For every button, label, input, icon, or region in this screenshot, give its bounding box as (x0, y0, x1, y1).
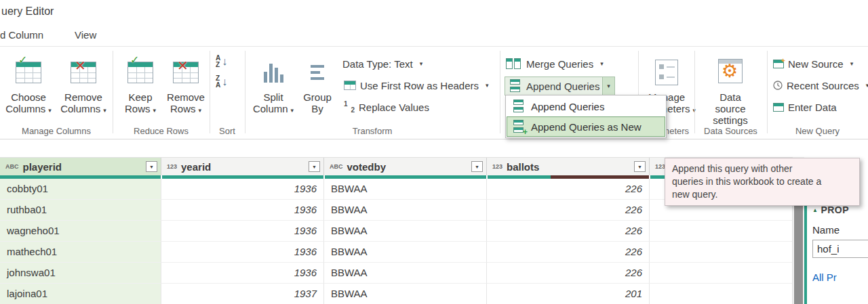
tooltip-line: new query. (672, 188, 852, 201)
data-type-label: Data Type: Text (342, 58, 413, 70)
choose-columns-button[interactable]: ✓ Choose Columns▾ (3, 53, 54, 116)
table-cell[interactable]: BBWAA (324, 179, 487, 200)
table-cell[interactable]: cobbty01 (0, 179, 161, 200)
table-cell[interactable]: BBWAA (324, 284, 487, 304)
sparkle-icon: ✦ (781, 57, 786, 64)
table-cell[interactable]: 226 (487, 179, 650, 200)
table-cell[interactable]: 1936 (161, 263, 324, 284)
table-cell[interactable]: 226 (487, 200, 650, 221)
menu-item-append-queries[interactable]: Append Queries (507, 96, 665, 116)
table-row: lajoina011937BBWAA201 (0, 284, 792, 304)
group-separator (210, 51, 210, 133)
table-cell[interactable]: ruthba01 (0, 200, 161, 221)
filter-button[interactable]: ▼ (146, 161, 157, 172)
table-cell[interactable]: BBWAA (324, 263, 487, 284)
group-separator (694, 51, 695, 133)
filter-icon: ▼ (312, 165, 317, 169)
table-cell[interactable] (650, 242, 792, 263)
table-cell[interactable]: 1936 (161, 200, 324, 221)
recent-sources-button[interactable]: Recent Sources ▾ (773, 78, 868, 93)
sort-ascending-button[interactable]: AZ ↓ (216, 55, 227, 68)
filter-icon: ▼ (637, 165, 642, 169)
table-cell[interactable]: mathech01 (0, 242, 161, 263)
data-source-settings-icon: ⚙ (717, 53, 744, 91)
append-queries-icon (512, 100, 526, 113)
merge-queries-icon (506, 58, 522, 70)
filter-button[interactable]: ▼ (309, 161, 320, 172)
table-cell[interactable]: BBWAA (324, 200, 487, 221)
chevron-down-icon: ▾ (103, 107, 106, 114)
use-first-row-button[interactable]: Use First Row as Headers ▾ (344, 78, 489, 93)
chevron-down-icon: ▾ (48, 107, 52, 114)
keep-rows-button[interactable]: ✓ Keep Rows▾ (119, 53, 161, 116)
append-queries-dropdown-arrow[interactable]: ▾ (602, 77, 614, 95)
column-header-votedby[interactable]: ABC votedby ▼ (324, 158, 487, 175)
column-header-ballots[interactable]: 123 ballots ▼ (487, 158, 650, 175)
data-source-settings-button[interactable]: ⚙ Data source settings (704, 53, 757, 126)
group-label-new-query: New Query (767, 126, 868, 136)
sort-az-icon: Z (216, 62, 220, 68)
table-cell[interactable]: 1936 (161, 242, 324, 263)
check-icon: ✓ (18, 55, 27, 66)
data-type-button[interactable]: Data Type: Text ▾ (342, 56, 422, 71)
column-name: yearid (181, 161, 211, 173)
properties-header[interactable]: ▲ PROP (812, 204, 849, 215)
remove-rows-button[interactable]: ✕ Remove Rows▾ (164, 53, 208, 116)
group-separator (113, 51, 113, 133)
column-name: playerid (23, 161, 62, 173)
chevron-down-icon: ▾ (486, 82, 489, 89)
text-type-icon: ABC (5, 163, 19, 170)
chevron-down-icon: ▾ (291, 107, 294, 114)
all-properties-link[interactable]: All Pr (812, 272, 837, 283)
remove-x-icon: ✕ (177, 59, 189, 72)
arrow-down-icon: ↓ (222, 76, 227, 88)
group-by-button[interactable]: Group By (297, 53, 338, 114)
table-cell[interactable]: johnswa01 (0, 263, 161, 284)
table-cell[interactable]: 226 (487, 263, 650, 284)
button-label: Rows (125, 103, 151, 114)
group-label-transform: Transform (245, 126, 500, 136)
new-source-button[interactable]: ✦ New Source ▾ (773, 56, 853, 71)
check-icon: ✓ (130, 55, 139, 66)
remove-columns-icon: ✕ (71, 53, 96, 91)
merge-queries-button[interactable]: Merge Queries ▾ (506, 56, 604, 71)
tab-view[interactable]: View (75, 29, 96, 41)
table-cell[interactable]: 1936 (161, 179, 324, 200)
menu-item-append-queries-as-new[interactable]: + Append Queries as New (507, 116, 665, 137)
chevron-down-icon: ▾ (420, 60, 423, 67)
filter-button[interactable]: ▼ (634, 161, 646, 172)
split-column-button[interactable]: Split Column▾ (252, 53, 294, 116)
new-source-icon: ✦ (773, 60, 784, 68)
table-cell[interactable] (650, 263, 792, 284)
column-header-playerid[interactable]: ABC playerid ▼ (0, 158, 161, 175)
append-queries-button[interactable]: Append Queries ▾ (505, 77, 615, 95)
append-queries-as-new-icon: + (512, 120, 526, 133)
table-cell[interactable]: 201 (487, 284, 650, 304)
table-cell[interactable] (650, 284, 792, 304)
button-label: Columns (60, 103, 100, 114)
filter-button[interactable]: ▼ (471, 161, 483, 172)
table-cell[interactable] (650, 221, 792, 242)
column-header-yearid[interactable]: 123 yearid ▼ (161, 158, 324, 175)
enter-data-button[interactable]: Enter Data (773, 100, 837, 114)
table-cell[interactable]: 226 (487, 221, 650, 242)
query-name-input[interactable] (812, 240, 868, 258)
button-label: Split (263, 91, 283, 103)
tab-add-column[interactable]: d Column (0, 29, 43, 41)
filter-icon: ▼ (149, 165, 154, 169)
table-cell[interactable]: lajoina01 (0, 284, 161, 304)
table-cell[interactable]: BBWAA (324, 221, 487, 242)
button-label: Column (253, 103, 288, 114)
table-cell[interactable]: 226 (487, 242, 650, 263)
replace-values-button[interactable]: 12 Replace Values (344, 100, 429, 114)
sort-descending-button[interactable]: ZA ↓ (216, 75, 227, 89)
quality-segment (325, 175, 486, 179)
remove-columns-button[interactable]: ✕ Remove Columns▾ (57, 53, 110, 116)
table-cell[interactable]: wagneho01 (0, 221, 161, 242)
table-cell[interactable]: BBWAA (324, 242, 487, 263)
button-label: By (311, 103, 323, 114)
table-cell[interactable]: 1936 (161, 221, 324, 242)
chevron-down-icon: ▾ (607, 83, 610, 89)
quality-segment (162, 175, 323, 179)
table-cell[interactable]: 1937 (161, 284, 324, 304)
